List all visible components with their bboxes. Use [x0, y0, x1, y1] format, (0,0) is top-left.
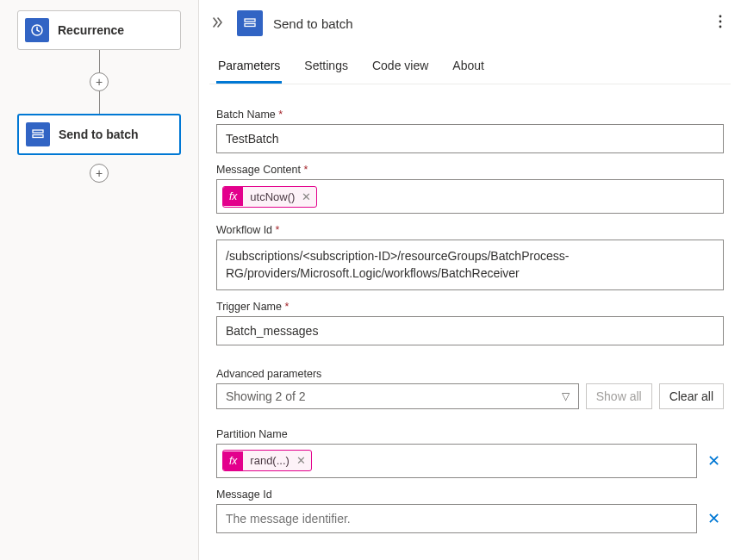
- svg-rect-3: [245, 19, 255, 22]
- connector-line: [99, 91, 100, 114]
- panel-header: Send to batch: [199, 0, 741, 45]
- message-content-input[interactable]: fx utcNow() ✕: [216, 179, 724, 214]
- batch-name-label: Batch Name *: [216, 109, 724, 121]
- connector-line: [99, 50, 100, 72]
- svg-point-5: [719, 15, 722, 17]
- node-title: Send to batch: [59, 128, 139, 141]
- chevron-double-right-icon: [211, 16, 223, 28]
- designer-canvas: Recurrence + Send to batch +: [0, 0, 198, 560]
- panel-title: Send to batch: [273, 16, 703, 31]
- workflow-id-label: Workflow Id *: [216, 224, 724, 236]
- required-indicator: *: [276, 224, 280, 236]
- canvas-node-send-to-batch[interactable]: Send to batch: [17, 114, 181, 155]
- trigger-name-input[interactable]: [216, 316, 724, 345]
- expression-token[interactable]: fx rand(...) ✕: [222, 450, 312, 471]
- chevron-down-icon: ▽: [562, 390, 570, 402]
- details-panel: Send to batch Parameters Settings Code v…: [198, 0, 741, 560]
- clear-field-button[interactable]: ✕: [704, 448, 724, 474]
- select-value: Showing 2 of 2: [226, 389, 306, 403]
- svg-point-6: [719, 20, 722, 22]
- add-step-button[interactable]: +: [90, 72, 109, 91]
- tab-parameters[interactable]: Parameters: [216, 53, 282, 84]
- svg-rect-1: [33, 130, 43, 133]
- batch-name-input[interactable]: [216, 124, 724, 153]
- token-label: utcNow(): [243, 187, 300, 207]
- remove-token-button[interactable]: ✕: [300, 190, 316, 203]
- workflow-id-input[interactable]: /subscriptions/<subscription-ID>/resourc…: [216, 240, 724, 290]
- partition-name-input[interactable]: fx rand(...) ✕: [216, 444, 697, 478]
- remove-token-button[interactable]: ✕: [295, 454, 311, 467]
- required-indicator: *: [278, 109, 283, 121]
- expression-token[interactable]: fx utcNow() ✕: [222, 186, 317, 208]
- required-indicator: *: [284, 301, 289, 313]
- message-content-label: Message Content *: [216, 164, 724, 176]
- tab-about[interactable]: About: [451, 53, 486, 84]
- clear-field-button[interactable]: ✕: [704, 506, 724, 532]
- tab-settings[interactable]: Settings: [302, 53, 350, 84]
- canvas-node-recurrence[interactable]: Recurrence: [17, 10, 181, 50]
- advanced-parameters-label: Advanced parameters: [216, 368, 724, 380]
- clock-icon: [25, 18, 49, 42]
- fx-icon: fx: [223, 451, 243, 470]
- svg-point-7: [719, 25, 722, 28]
- add-step-button[interactable]: +: [90, 164, 109, 183]
- required-indicator: *: [303, 164, 308, 176]
- show-all-button[interactable]: Show all: [586, 383, 652, 409]
- tab-bar: Parameters Settings Code view About: [209, 45, 731, 84]
- partition-name-label: Partition Name: [216, 428, 724, 440]
- svg-rect-4: [245, 24, 255, 27]
- clear-all-button[interactable]: Clear all: [659, 383, 724, 409]
- message-id-label: Message Id: [216, 488, 724, 501]
- more-vertical-icon: [719, 15, 722, 28]
- batch-icon: [237, 10, 263, 36]
- svg-rect-2: [33, 135, 43, 138]
- advanced-parameters-select[interactable]: Showing 2 of 2 ▽: [216, 383, 579, 409]
- more-menu-button[interactable]: [713, 11, 727, 36]
- fx-icon: fx: [223, 187, 243, 206]
- parameters-form: Batch Name * Message Content * fx utcNow…: [199, 84, 741, 547]
- collapse-panel-button[interactable]: [208, 15, 227, 33]
- tab-code-view[interactable]: Code view: [370, 53, 430, 84]
- node-title: Recurrence: [58, 23, 124, 37]
- batch-icon: [26, 122, 50, 146]
- trigger-name-label: Trigger Name *: [216, 301, 724, 313]
- token-label: rand(...): [243, 451, 295, 470]
- message-id-input[interactable]: [216, 504, 697, 533]
